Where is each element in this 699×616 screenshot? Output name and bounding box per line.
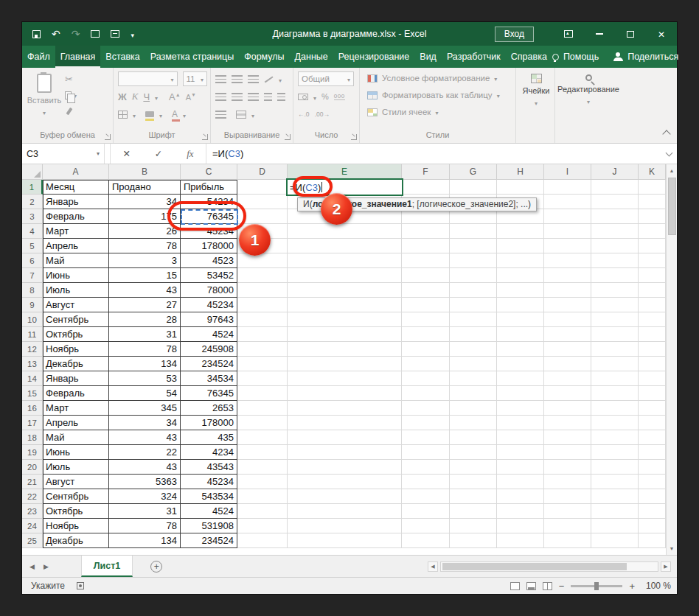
cell-J1[interactable] — [591, 180, 639, 195]
decrease-indent-icon[interactable] — [264, 93, 272, 101]
cell-K18[interactable] — [639, 430, 666, 445]
cell-A13[interactable]: Декабрь — [43, 357, 109, 371]
cell-C19[interactable]: 4234 — [181, 445, 237, 460]
cell-I9[interactable] — [544, 298, 591, 312]
cell-D23[interactable] — [237, 504, 288, 519]
cell-H25[interactable] — [497, 533, 544, 548]
cell-F15[interactable] — [402, 386, 450, 401]
ribbon-tab[interactable]: Вставка — [100, 46, 145, 68]
cell-B24[interactable]: 78 — [109, 519, 181, 533]
cell-H13[interactable] — [497, 357, 544, 371]
cell-F17[interactable] — [402, 416, 450, 430]
cell-A21[interactable]: Август — [43, 475, 109, 489]
normal-view-icon[interactable] — [510, 582, 520, 590]
bold-button[interactable]: Ж — [118, 91, 127, 102]
cell-J12[interactable] — [591, 342, 639, 357]
cell-C11[interactable]: 4524 — [181, 327, 237, 342]
column-header-C[interactable]: C — [181, 164, 237, 180]
cell-H1[interactable] — [497, 180, 544, 195]
cell-J8[interactable] — [591, 283, 639, 298]
cell-K13[interactable] — [639, 357, 666, 371]
row-header-25[interactable]: 25 — [22, 533, 43, 548]
cell-A19[interactable]: Июнь — [43, 445, 109, 460]
cell-B22[interactable]: 324 — [109, 489, 181, 504]
cell-G20[interactable] — [450, 460, 497, 475]
cell-H6[interactable] — [497, 253, 544, 268]
cell-I7[interactable] — [544, 268, 591, 283]
conditional-formatting-button[interactable]: Условное форматирование — [367, 71, 512, 85]
cell-G7[interactable] — [450, 268, 497, 283]
cell-G6[interactable] — [450, 253, 497, 268]
cell-C24[interactable]: 531908 — [181, 519, 237, 533]
cell-A5[interactable]: Апрель — [43, 239, 109, 253]
row-header-18[interactable]: 18 — [22, 430, 43, 445]
insert-function-button[interactable]: fx — [187, 148, 193, 160]
page-break-view-icon[interactable] — [543, 582, 552, 590]
zoom-in-button[interactable]: + — [629, 581, 635, 592]
cell-I18[interactable] — [544, 430, 591, 445]
minimize-button[interactable] — [584, 22, 615, 46]
column-header-F[interactable]: F — [402, 164, 450, 180]
cell-H8[interactable] — [497, 283, 544, 298]
cell-B19[interactable]: 22 — [109, 445, 181, 460]
cell-A6[interactable]: Май — [43, 253, 109, 268]
copy-button[interactable] — [65, 89, 77, 101]
clipboard-dialog-launcher-icon[interactable] — [105, 134, 111, 140]
cell-I25[interactable] — [544, 533, 591, 548]
cell-H10[interactable] — [497, 312, 544, 327]
cell-G15[interactable] — [450, 386, 497, 401]
column-header-B[interactable]: B — [109, 164, 181, 180]
format-painter-button[interactable] — [65, 105, 77, 117]
cell-J9[interactable] — [591, 298, 639, 312]
cell-C10[interactable]: 97643 — [181, 312, 237, 327]
help-tab[interactable]: Помощь — [552, 52, 599, 62]
cell-D19[interactable] — [237, 445, 288, 460]
cell-E14[interactable] — [288, 371, 402, 386]
cell-H3[interactable] — [497, 209, 544, 224]
align-left-icon[interactable] — [215, 93, 226, 101]
cell-H18[interactable] — [497, 430, 544, 445]
row-header-12[interactable]: 12 — [22, 342, 43, 357]
row-header-24[interactable]: 24 — [22, 519, 43, 533]
cell-A25[interactable]: Декабрь — [43, 533, 109, 548]
cell-A16[interactable]: Март — [43, 401, 109, 416]
increase-decimal-button[interactable]: ←.0 — [298, 111, 310, 118]
cell-B18[interactable]: 43 — [109, 430, 181, 445]
cell-styles-button[interactable]: Стили ячеек — [367, 105, 512, 119]
page-layout-view-icon[interactable] — [526, 582, 536, 590]
row-header-13[interactable]: 13 — [22, 357, 43, 371]
zoom-slider[interactable] — [571, 585, 622, 587]
cell-A2[interactable]: Январь — [43, 195, 109, 209]
cell-K17[interactable] — [639, 416, 666, 430]
cell-F23[interactable] — [402, 504, 450, 519]
cell-A7[interactable]: Июнь — [43, 268, 109, 283]
cell-G14[interactable] — [450, 371, 497, 386]
cell-D11[interactable] — [237, 327, 288, 342]
percent-style-button[interactable]: % — [321, 92, 329, 101]
cell-H14[interactable] — [497, 371, 544, 386]
cell-I23[interactable] — [544, 504, 591, 519]
cell-J6[interactable] — [591, 253, 639, 268]
cell-E25[interactable] — [288, 533, 402, 548]
cell-F13[interactable] — [402, 357, 450, 371]
row-header-14[interactable]: 14 — [22, 371, 43, 386]
cell-B12[interactable]: 78 — [109, 342, 181, 357]
cell-D8[interactable] — [237, 283, 288, 298]
row-header-1[interactable]: 1 — [22, 180, 43, 195]
cell-D16[interactable] — [237, 401, 288, 416]
cell-H24[interactable] — [497, 519, 544, 533]
previous-sheet-icon[interactable]: ◀ — [29, 563, 35, 570]
cell-I13[interactable] — [544, 357, 591, 371]
row-header-22[interactable]: 22 — [22, 489, 43, 504]
cell-F20[interactable] — [402, 460, 450, 475]
cell-D13[interactable] — [237, 357, 288, 371]
cell-K4[interactable] — [639, 224, 666, 239]
scroll-up-icon[interactable]: ▲ — [667, 164, 677, 177]
cell-G18[interactable] — [450, 430, 497, 445]
expand-formula-bar-button[interactable] — [661, 144, 677, 164]
cell-J7[interactable] — [591, 268, 639, 283]
cell-A20[interactable]: Июль — [43, 460, 109, 475]
cell-K15[interactable] — [639, 386, 666, 401]
cell-J17[interactable] — [591, 416, 639, 430]
cell-H9[interactable] — [497, 298, 544, 312]
